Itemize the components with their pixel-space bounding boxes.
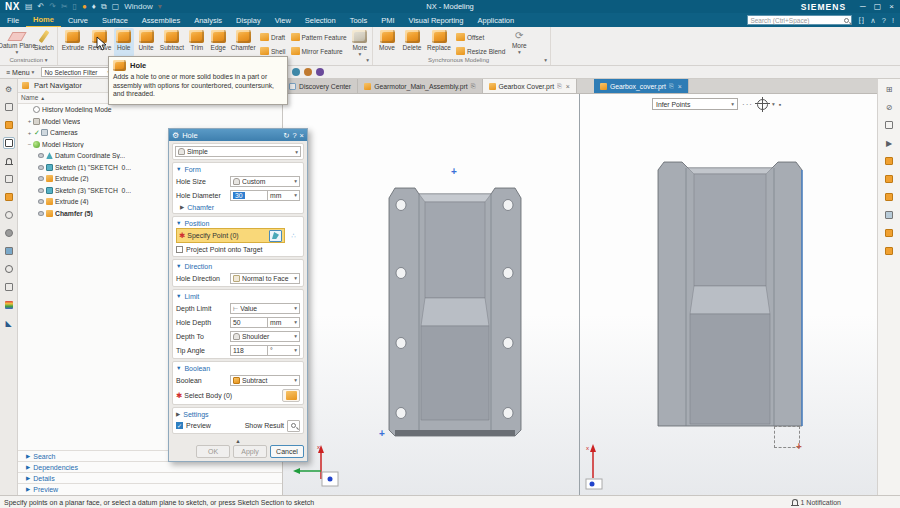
settings-gear-icon[interactable]: ⚙: [3, 83, 15, 95]
viewport-right[interactable]: Infer Points▾ ··· ▾ ▪ +: [580, 94, 877, 495]
hole-direction-select[interactable]: Normal to Face▾: [230, 273, 300, 284]
snap-point-select[interactable]: Infer Points▾: [652, 98, 738, 110]
part-navigator-icon[interactable]: [3, 137, 15, 149]
play-animation-icon[interactable]: ▶: [883, 137, 895, 149]
tab-close-icon[interactable]: ×: [566, 83, 570, 90]
menu-tools[interactable]: Tools: [343, 14, 375, 27]
selection-filter-select[interactable]: No Selection Filter▾: [41, 67, 113, 77]
minimize-ribbon-icon[interactable]: ∧: [870, 16, 876, 25]
visibility-eye-icon[interactable]: [38, 199, 44, 204]
edit-section-icon[interactable]: [883, 119, 895, 131]
dialog-close-icon[interactable]: ×: [300, 131, 304, 140]
section-preview[interactable]: ▶Preview: [18, 483, 282, 494]
hide-toggle-icon[interactable]: ⊘: [883, 101, 895, 113]
depth-unit-select[interactable]: mm▾: [268, 317, 300, 328]
delete-button[interactable]: Delete: [400, 28, 424, 57]
chamfer-subsection-header[interactable]: ▶Chamfer: [176, 202, 300, 212]
hole-depth-input[interactable]: 50: [230, 317, 268, 328]
resize-blend-button[interactable]: Resize Blend: [454, 45, 507, 57]
history-clock-icon[interactable]: [3, 263, 15, 275]
tab-discovery-center[interactable]: Discovery Center: [283, 79, 358, 93]
snapshot-globe-icon[interactable]: [292, 68, 300, 76]
hole-size-select[interactable]: Custom▾: [230, 176, 300, 187]
cancel-button[interactable]: Cancel: [270, 445, 304, 458]
alert-icon[interactable]: !: [892, 16, 894, 25]
window-menu-arrow[interactable]: ▾: [158, 2, 162, 11]
command-finder-icon[interactable]: ♦: [92, 2, 96, 11]
visibility-eye-icon[interactable]: [38, 176, 44, 181]
hole-dialog-titlebar[interactable]: ⚙ Hole ↻ ? ×: [169, 129, 307, 141]
visibility-eye-icon[interactable]: [38, 188, 44, 193]
snap-extra-icon[interactable]: ▪: [779, 101, 781, 108]
visibility-eye-icon[interactable]: [38, 211, 44, 216]
hole-diameter-input[interactable]: 30: [230, 190, 268, 201]
tree-row-history-mode[interactable]: History Modeling Mode: [18, 104, 282, 116]
tip-angle-unit-select[interactable]: °▾: [268, 345, 300, 356]
tool-box-icon[interactable]: [883, 227, 895, 239]
dialog-help-icon[interactable]: ?: [292, 131, 296, 140]
tab-gearmotor-assembly[interactable]: Gearmotor_Main_Assembly.prt⎘: [358, 79, 482, 93]
offset-button[interactable]: Offset: [454, 31, 507, 43]
menu-analysis[interactable]: Analysis: [187, 14, 229, 27]
section-dependencies[interactable]: ▶Dependencies: [18, 461, 282, 472]
menu-file[interactable]: File: [0, 14, 26, 27]
point-dialog-icon[interactable]: [757, 99, 768, 110]
limit-section-header[interactable]: ▼Limit: [176, 291, 300, 301]
part-module-icon[interactable]: [883, 173, 895, 185]
help-icon[interactable]: ?: [882, 16, 886, 25]
depth-limit-select[interactable]: ⊢Value▾: [230, 303, 300, 314]
reuse-library-icon[interactable]: [3, 173, 15, 185]
hole-button[interactable]: Hole: [114, 28, 134, 57]
part-module-icon[interactable]: [883, 191, 895, 203]
dialog-collapse-handle[interactable]: ▲: [172, 438, 304, 445]
layers-icon[interactable]: [3, 191, 15, 203]
menu-pmi[interactable]: PMI: [374, 14, 401, 27]
cloud-icon[interactable]: [3, 209, 15, 221]
visibility-eye-icon[interactable]: [38, 165, 44, 170]
save-icon[interactable]: ▤: [25, 2, 33, 11]
view-camera-icon[interactable]: [3, 119, 15, 131]
boolean-select[interactable]: Subtract▾: [230, 375, 300, 386]
menu-home[interactable]: Home: [26, 13, 61, 28]
move-button[interactable]: Move: [375, 28, 399, 57]
preview-checkbox[interactable]: ✓: [176, 422, 183, 429]
roles-icon[interactable]: [3, 281, 15, 293]
more-options-icon[interactable]: ···: [742, 100, 753, 109]
render-globe-icon[interactable]: [304, 68, 312, 76]
point-constructor-icon[interactable]: ∴: [287, 229, 300, 242]
web-browser-icon[interactable]: [3, 245, 15, 257]
trim-button[interactable]: Trim: [187, 28, 207, 57]
capture-icon[interactable]: ⧉: [101, 2, 107, 12]
menu-display[interactable]: Display: [229, 14, 268, 27]
window-menu[interactable]: Window: [124, 2, 152, 11]
selection-arrow-icon[interactable]: ◣: [3, 317, 15, 329]
datum-plane-button[interactable]: Datum Plane▾: [2, 28, 32, 57]
extrude-button[interactable]: Extrude: [60, 28, 86, 57]
structure-house-icon[interactable]: [883, 209, 895, 221]
pattern-feature-button[interactable]: Pattern Feature: [289, 31, 349, 43]
minimize-button[interactable]: ─: [860, 2, 866, 11]
tree-row-model-views[interactable]: + Model Views: [18, 116, 282, 128]
diameter-unit-select[interactable]: mm▾: [268, 190, 300, 201]
specify-point-row[interactable]: ✱ Specify Point (0): [176, 228, 285, 243]
menu-application[interactable]: Application: [470, 14, 521, 27]
depth-to-select[interactable]: Shoulder▾: [230, 331, 300, 342]
sphere-icon[interactable]: [3, 227, 15, 239]
show-result-button[interactable]: [287, 420, 300, 432]
tab-close-icon[interactable]: ×: [678, 83, 682, 90]
subtract-button[interactable]: Subtract: [158, 28, 186, 57]
notification-area[interactable]: 1 Notification: [792, 499, 841, 506]
point-dialog-arrow[interactable]: ▾: [772, 101, 775, 107]
tab-gearbox-cover[interactable]: Gearbox Cover.prt⎘×: [483, 79, 577, 93]
menu-visual-reporting[interactable]: Visual Reporting: [402, 14, 471, 27]
sketch-button[interactable]: Sketch: [33, 28, 55, 57]
tip-angle-input[interactable]: 118: [230, 345, 268, 356]
unite-button[interactable]: Unite: [135, 28, 157, 57]
fullscreen-icon[interactable]: ⁅⁆: [858, 16, 864, 25]
notifications-bell-icon[interactable]: [3, 155, 15, 167]
menu-selection[interactable]: Selection: [298, 14, 343, 27]
project-point-checkbox[interactable]: [176, 246, 183, 253]
window-icon[interactable]: ▢: [112, 2, 120, 11]
gearbox-cover-3d-no-holes[interactable]: [650, 156, 812, 444]
close-button[interactable]: ×: [889, 2, 894, 11]
